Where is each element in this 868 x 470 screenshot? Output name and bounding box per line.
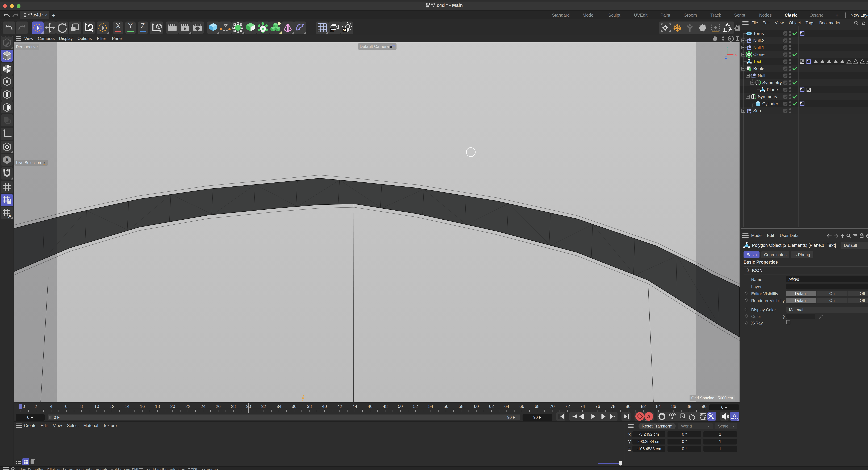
svg-text:14: 14: [125, 404, 129, 409]
svg-text:90 F: 90 F: [533, 415, 541, 420]
svg-text:Y: Y: [726, 47, 728, 49]
svg-text:Cloner: Cloner: [753, 52, 766, 57]
svg-text:Null: Null: [758, 73, 765, 78]
svg-text:Cylinder: Cylinder: [762, 101, 778, 106]
svg-text:A: A: [647, 414, 651, 419]
svg-text:8: 8: [81, 404, 83, 409]
svg-text:22: 22: [185, 404, 190, 409]
svg-text:88: 88: [686, 404, 691, 409]
svg-text:Z: Z: [725, 56, 727, 59]
svg-text:60: 60: [474, 404, 479, 409]
svg-text:34: 34: [277, 404, 281, 409]
svg-text:A: A: [5, 157, 9, 163]
svg-text:0: 0: [23, 404, 25, 409]
svg-text:4: 4: [50, 404, 53, 409]
svg-text:24: 24: [201, 404, 206, 409]
svg-text:72: 72: [565, 404, 570, 409]
svg-text:82: 82: [641, 404, 646, 409]
svg-text:0 F: 0 F: [27, 415, 33, 420]
svg-text:48: 48: [383, 404, 388, 409]
svg-text:A: A: [733, 413, 736, 418]
svg-text:58: 58: [459, 404, 464, 409]
svg-text:12: 12: [110, 404, 115, 409]
svg-text:36: 36: [292, 404, 297, 409]
svg-text:52: 52: [413, 404, 418, 409]
svg-text:42: 42: [337, 404, 342, 409]
svg-text:68: 68: [535, 404, 539, 409]
svg-text:26: 26: [216, 404, 221, 409]
svg-text:2: 2: [35, 404, 37, 409]
svg-text:Plane: Plane: [767, 87, 778, 92]
svg-text:40: 40: [322, 404, 327, 409]
svg-text:A: A: [8, 213, 11, 219]
svg-text:32: 32: [261, 404, 266, 409]
svg-text:38: 38: [307, 404, 312, 409]
svg-text:Null.2: Null.2: [753, 38, 764, 43]
svg-text:86: 86: [671, 404, 676, 409]
svg-text:64: 64: [504, 404, 509, 409]
svg-text:66: 66: [519, 404, 524, 409]
svg-text:Symmetry: Symmetry: [758, 94, 777, 99]
svg-text:56: 56: [443, 404, 448, 409]
svg-text:6: 6: [65, 404, 67, 409]
svg-text:ST: ST: [343, 29, 346, 32]
svg-text:0 F: 0 F: [721, 405, 727, 410]
svg-text:54: 54: [428, 404, 433, 409]
svg-text:90 F: 90 F: [507, 415, 515, 420]
svg-text:84: 84: [656, 404, 661, 409]
svg-text:X: X: [735, 53, 737, 57]
svg-text:76: 76: [595, 404, 600, 409]
svg-text:Sub: Sub: [753, 108, 761, 113]
svg-text:Torus: Torus: [753, 31, 764, 36]
svg-text:50: 50: [398, 404, 403, 409]
svg-text:16: 16: [140, 404, 145, 409]
svg-text:10: 10: [94, 404, 99, 409]
svg-text:ST: ST: [331, 29, 334, 32]
svg-text:62: 62: [489, 404, 494, 409]
svg-text:74: 74: [580, 404, 585, 409]
svg-text:80: 80: [626, 404, 630, 409]
svg-text:20: 20: [170, 404, 175, 409]
svg-text:Null.1: Null.1: [753, 45, 764, 50]
svg-text:70: 70: [550, 404, 555, 409]
svg-text:46: 46: [368, 404, 373, 409]
svg-text:78: 78: [611, 404, 615, 409]
svg-text:0 F: 0 F: [54, 415, 60, 420]
svg-text:Text: Text: [753, 59, 761, 64]
svg-text:28: 28: [231, 404, 236, 409]
svg-text:Symmetry: Symmetry: [762, 80, 782, 85]
svg-text:44: 44: [352, 404, 357, 409]
svg-text:Boole: Boole: [753, 66, 764, 71]
svg-text:n: n: [391, 46, 392, 48]
svg-text:18: 18: [155, 404, 160, 409]
